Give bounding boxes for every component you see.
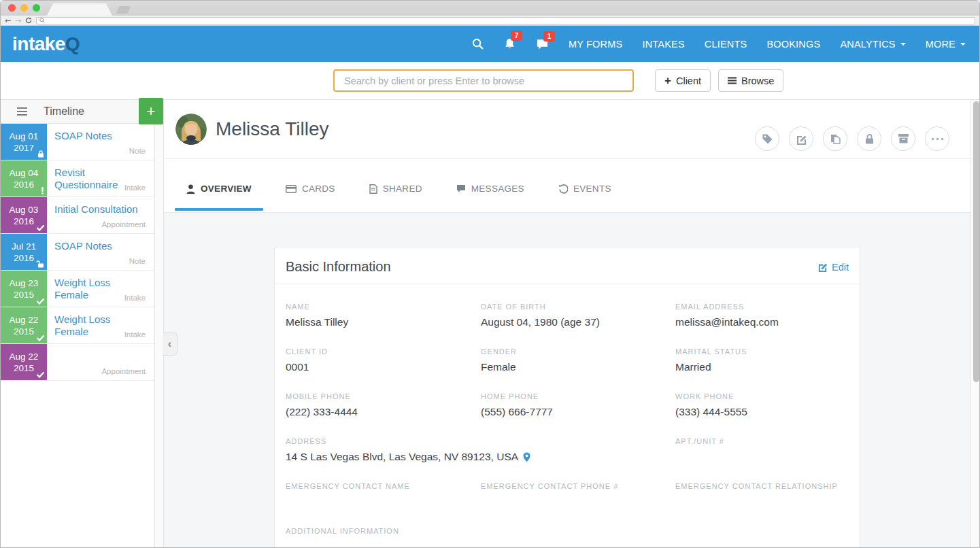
entry-title-link[interactable]: SOAP Notes	[54, 240, 112, 252]
search-icon	[39, 18, 45, 23]
notification-badge: 7	[511, 31, 522, 41]
more-button[interactable]	[925, 126, 949, 151]
ellipsis-icon	[931, 137, 944, 141]
user-icon	[186, 184, 195, 194]
tag-button[interactable]	[755, 126, 779, 151]
client-main-panel: Melissa Tilley	[164, 100, 970, 548]
entry-type: Intake	[124, 294, 146, 302]
field-emergency-contact-relationship: EMERGENCY CONTACT RELATIONSHIP	[675, 482, 849, 509]
nav-more[interactable]: MORE	[926, 39, 966, 50]
timeline-entry[interactable]: Jul 212016 SOAP NotesNote	[1, 234, 154, 271]
search-icon	[472, 38, 484, 50]
intakeq-logo[interactable]: intakeQ	[12, 33, 80, 55]
chevron-down-icon	[900, 43, 906, 46]
notifications-button[interactable]: 7	[503, 37, 516, 50]
edit-note-button[interactable]	[789, 126, 813, 151]
field-emergency-contact-phone: EMERGENCY CONTACT PHONE #	[481, 482, 675, 509]
tab-cards[interactable]: CARDS	[286, 184, 335, 212]
chevron-left-icon: ‹	[168, 338, 171, 350]
alert-icon	[41, 187, 44, 194]
timeline-entry[interactable]: Aug 012017 SOAP NotesNote	[1, 124, 154, 160]
nav-clients[interactable]: CLIENTS	[705, 39, 747, 50]
browser-toolbar: ← →	[1, 16, 979, 26]
chevron-down-icon	[960, 43, 966, 46]
document-icon	[369, 184, 377, 194]
url-bar[interactable]	[36, 17, 975, 24]
client-search-input[interactable]	[333, 69, 634, 92]
client-toolbar: +Client Browse	[1, 62, 979, 100]
nav-my-forms[interactable]: MY FORMS	[569, 39, 622, 50]
browser-window: ← → intakeQ 7 1 MY FORMS INTAKES CLIENTS…	[0, 0, 980, 548]
entry-date: Aug 222015	[1, 307, 47, 343]
check-icon	[37, 372, 44, 378]
compose-icon	[796, 133, 807, 145]
timeline-entry[interactable]: Aug 232015 Weight Loss FemaleIntake	[1, 271, 154, 307]
field-address: ADDRESS 14 S Las Vegas Blvd, Las Vegas, …	[286, 437, 675, 464]
sidebar-gutter	[155, 100, 164, 548]
field-home-phone: HOME PHONE (555) 666-7777	[481, 392, 675, 419]
scrollbar-thumb[interactable]	[973, 101, 979, 382]
field-work-phone: WORK PHONE (333) 444-5555	[675, 392, 849, 419]
search-button[interactable]	[472, 38, 484, 50]
archive-button[interactable]	[891, 126, 915, 151]
new-tab-button[interactable]	[116, 6, 131, 14]
lock-icon	[864, 133, 875, 145]
entry-type: Intake	[124, 184, 146, 192]
timeline-entry[interactable]: Aug 042016 Revisit QuestionnaireIntake	[1, 160, 154, 197]
timeline-sidebar: Timeline Aug 012017 SOAP NotesNote Aug 0…	[1, 100, 155, 548]
edit-basic-info-button[interactable]: Edit	[817, 262, 849, 273]
field-additional-information: ADDITIONAL INFORMATION	[286, 527, 849, 548]
entry-title-link[interactable]: SOAP Notes	[54, 130, 112, 141]
timeline-entry[interactable]: Aug 222015 Weight Loss FemaleIntake	[1, 307, 154, 344]
overview-content: Basic Information Edit NAME Melissa Till…	[164, 213, 970, 548]
timeline-entry[interactable]: Aug 032016 Initial ConsultationAppointme…	[1, 197, 154, 234]
tab-messages[interactable]: MESSAGES	[456, 184, 524, 212]
map-pin-icon[interactable]	[523, 452, 530, 462]
tab-overview[interactable]: OVERVIEW	[186, 184, 252, 212]
browse-button[interactable]: Browse	[718, 69, 783, 92]
field-date-of-birth: DATE OF BIRTH August 04, 1980 (age 37)	[481, 303, 675, 329]
app-body: Timeline Aug 012017 SOAP NotesNote Aug 0…	[1, 100, 980, 548]
add-timeline-item-button[interactable]: +	[139, 98, 163, 124]
copy-icon	[830, 133, 841, 145]
entry-title-link[interactable]: Weight Loss Female	[54, 313, 110, 337]
entry-date: Aug 042016	[1, 160, 47, 196]
lock-button[interactable]	[857, 126, 881, 151]
nav-bookings[interactable]: BOOKINGS	[766, 39, 820, 50]
messages-badge: 1	[543, 31, 555, 41]
messages-button[interactable]: 1	[536, 38, 549, 50]
tag-icon	[762, 133, 773, 145]
list-view-icon[interactable]	[17, 107, 27, 116]
card-title: Basic Information	[286, 259, 391, 275]
nav-analytics[interactable]: ANALYTICS	[840, 39, 905, 50]
avatar[interactable]	[175, 114, 207, 145]
field-emergency-contact-name: EMERGENCY CONTACT NAME	[286, 482, 481, 509]
card-icon	[286, 185, 297, 193]
close-window-button[interactable]	[8, 4, 16, 12]
entry-date: Jul 212016	[1, 234, 47, 270]
nav-intakes[interactable]: INTAKES	[642, 39, 684, 50]
minimize-window-button[interactable]	[20, 4, 28, 12]
back-icon[interactable]: ←	[5, 17, 11, 24]
scrollbar-track[interactable]	[970, 100, 980, 548]
add-client-button[interactable]: +Client	[655, 69, 711, 92]
tab-events[interactable]: EVENTS	[558, 184, 611, 212]
field-apt-unit: APT./UNIT #	[675, 437, 849, 464]
entry-title-link[interactable]: Revisit Questionnaire	[54, 167, 118, 190]
refresh-icon[interactable]	[25, 17, 32, 24]
browser-tab-strip	[1, 1, 979, 16]
browser-tab[interactable]	[47, 3, 112, 16]
basic-information-card: Basic Information Edit NAME Melissa Till…	[274, 247, 860, 548]
timeline-entry[interactable]: Aug 222015 Appointment	[1, 344, 154, 381]
entry-date: Aug 232015	[1, 271, 47, 307]
zoom-window-button[interactable]	[33, 4, 40, 12]
field-name: NAME Melissa Tilley	[286, 303, 481, 329]
field-client-id: CLIENT ID 0001	[286, 347, 481, 374]
collapse-sidebar-handle[interactable]: ‹	[163, 332, 178, 356]
copy-button[interactable]	[823, 126, 847, 151]
client-tabs: OVERVIEW CARDS SHARED MESSAGES EVENTS	[164, 159, 970, 213]
entry-title-link[interactable]: Initial Consultation	[54, 203, 138, 215]
entry-title-link[interactable]: Weight Loss Female	[54, 277, 110, 301]
tab-shared[interactable]: SHARED	[369, 184, 422, 212]
forward-icon[interactable]: →	[15, 17, 21, 24]
